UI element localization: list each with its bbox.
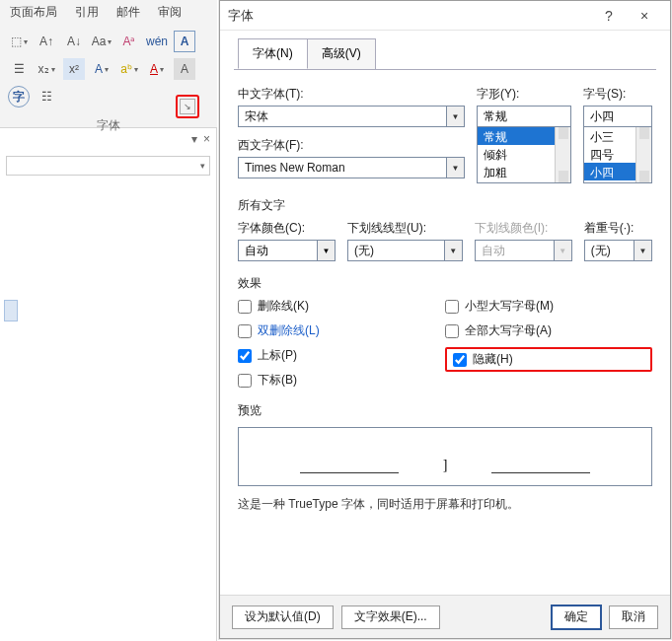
font-color-icon[interactable]: A▾ — [146, 58, 168, 80]
help-button[interactable]: ? — [591, 8, 627, 24]
annotation-highlight-hidden: 隐藏(H) — [445, 347, 652, 372]
ribbon-tab-mailings[interactable]: 邮件 — [116, 4, 140, 21]
text-effects-button[interactable]: 文字效果(E)... — [341, 605, 440, 629]
set-default-button[interactable]: 设为默认值(D) — [232, 605, 334, 629]
label-cn-font: 中文字体(T): — [238, 86, 465, 103]
dialog-title: 字体 — [228, 7, 591, 25]
label-font-color: 字体颜色(C): — [238, 220, 336, 237]
label-emphasis: 着重号(·): — [584, 220, 652, 237]
cancel-button[interactable]: 取消 — [609, 605, 658, 629]
ribbon-tabs: 页面布局 引用 邮件 审阅 — [0, 0, 217, 25]
preview-sample: ] — [443, 458, 448, 473]
chevron-down-icon[interactable]: ▼ — [444, 241, 462, 260]
tab-advanced[interactable]: 高级(V) — [307, 38, 376, 69]
checkbox-smallcaps[interactable]: 小型大写字母(M) — [445, 298, 652, 315]
pane-close-icon[interactable]: × — [203, 132, 210, 146]
dialog-titlebar: 字体 ? × — [220, 1, 670, 31]
label-style: 字形(Y): — [477, 86, 571, 103]
subscript-icon[interactable]: x₂▾ — [36, 58, 57, 80]
shrink-font-icon[interactable]: A↓ — [63, 31, 85, 52]
pane-menu-icon[interactable]: ▾ — [191, 132, 197, 146]
underline-style-combo[interactable]: (无)▼ — [347, 240, 463, 261]
label-size: 字号(S): — [583, 86, 652, 103]
navigation-pane: ▾× ▾ — [0, 128, 217, 641]
style-input[interactable]: 常规 — [477, 106, 571, 127]
ribbon-tab-references[interactable]: 引用 — [75, 4, 99, 21]
chevron-down-icon: ▼ — [554, 241, 571, 260]
font-size-combo[interactable]: ⬚▾ — [8, 31, 30, 52]
west-font-combo[interactable]: Times New Roman▼ — [238, 157, 465, 178]
dialog-button-bar: 设为默认值(D) 文字效果(E)... 确定 取消 — [220, 595, 670, 638]
ribbon-tab-review[interactable]: 审阅 — [158, 4, 182, 21]
label-underline-color: 下划线颜色(I): — [475, 220, 572, 237]
emphasis-combo[interactable]: (无)▼ — [584, 240, 652, 261]
scrollbar[interactable] — [555, 127, 570, 182]
grow-font-icon[interactable]: A↑ — [36, 31, 57, 52]
superscript-icon[interactable]: x² — [63, 58, 85, 80]
bullets-icon[interactable]: ☰ — [8, 58, 30, 80]
close-button[interactable]: × — [627, 8, 662, 24]
page-thumbnail[interactable] — [4, 300, 18, 321]
annotation-highlight — [176, 95, 199, 118]
character-border-icon[interactable]: A — [174, 31, 195, 52]
chevron-down-icon[interactable]: ▼ — [446, 107, 464, 126]
enclose-char-icon[interactable]: 字 — [8, 86, 30, 107]
search-dropdown-icon[interactable]: ▾ — [200, 161, 205, 171]
style-listbox[interactable]: 常规 倾斜 加粗 — [477, 126, 571, 183]
numbering-icon[interactable]: ☷ — [36, 86, 57, 107]
chevron-down-icon[interactable]: ▼ — [317, 241, 335, 260]
checkbox-hidden[interactable]: 隐藏(H) — [453, 351, 513, 368]
label-preview: 预览 — [238, 402, 652, 419]
font-group-tools: ⬚▾ A↑ A↓ Aa▾ Aᵃ wén A ☰ x₂▾ x² A▾ aᵇ▾ A▾… — [0, 25, 217, 140]
character-shading-icon[interactable]: A — [174, 58, 195, 80]
ok-button[interactable]: 确定 — [552, 605, 601, 629]
chevron-down-icon[interactable]: ▼ — [634, 241, 651, 260]
label-all-text: 所有文字 — [238, 197, 652, 214]
phonetic-guide-icon[interactable]: wén — [146, 31, 168, 52]
text-effects-icon[interactable]: A▾ — [91, 58, 112, 80]
label-underline-style: 下划线线型(U): — [347, 220, 463, 237]
dialog-tabs: 字体(N) 高级(V) — [220, 31, 670, 69]
label-effects: 效果 — [238, 275, 652, 292]
scrollbar[interactable] — [635, 127, 651, 182]
checkbox-subscript[interactable]: 下标(B) — [238, 372, 445, 389]
checkbox-superscript[interactable]: 上标(P) — [238, 347, 445, 364]
label-west-font: 西文字体(F): — [238, 137, 465, 154]
checkbox-strike[interactable]: 删除线(K) — [238, 298, 445, 315]
highlight-icon[interactable]: aᵇ▾ — [118, 58, 140, 80]
cn-font-combo[interactable]: 宋体▼ — [238, 106, 465, 127]
checkbox-double-strike[interactable]: 双删除线(L) — [238, 322, 445, 339]
size-listbox[interactable]: 小三 四号 小四 — [583, 126, 652, 183]
font-color-combo[interactable]: 自动 ▼ — [238, 240, 336, 261]
change-case-icon[interactable]: Aa▾ — [91, 31, 112, 52]
underline-color-combo: 自动▼ — [475, 240, 572, 261]
font-description: 这是一种 TrueType 字体，同时适用于屏幕和打印机。 — [238, 496, 652, 513]
tab-font[interactable]: 字体(N) — [238, 38, 308, 69]
preview-box: ] — [238, 427, 652, 486]
font-dialog: 字体 ? × 字体(N) 高级(V) 中文字体(T): 宋体▼ 西文字体(F):… — [219, 0, 671, 639]
size-input[interactable]: 小四 — [583, 106, 652, 127]
clear-format-icon[interactable]: Aᵃ — [118, 31, 140, 52]
checkbox-allcaps[interactable]: 全部大写字母(A) — [445, 322, 652, 339]
chevron-down-icon[interactable]: ▼ — [446, 158, 464, 178]
ribbon-tab-layout[interactable]: 页面布局 — [10, 4, 57, 21]
